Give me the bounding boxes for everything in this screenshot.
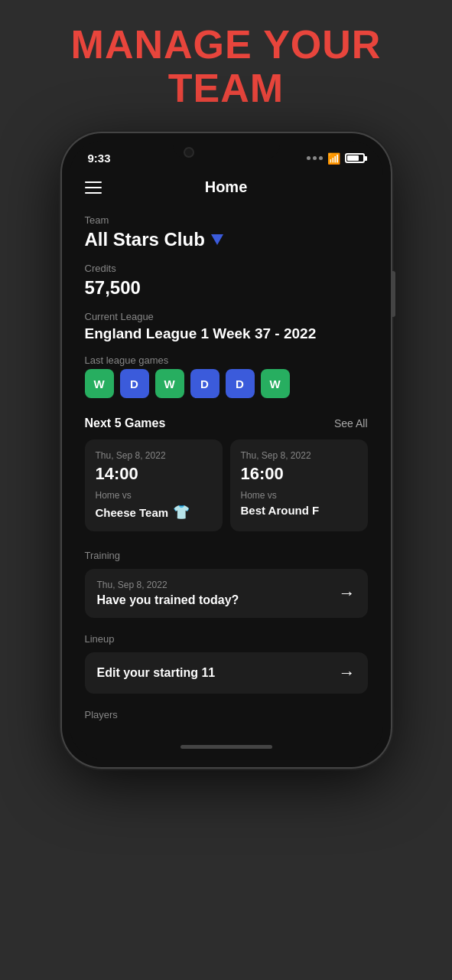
status-time: 9:33 xyxy=(88,152,111,165)
next-games-header: Next 5 Games See All xyxy=(85,416,368,430)
game-card-2-team: Best Around F xyxy=(241,504,357,517)
training-date: Thu, Sep 8, 2022 xyxy=(97,580,239,590)
badge-w2: W xyxy=(155,369,184,398)
training-card-content: Thu, Sep 8, 2022 Have you trained today? xyxy=(97,580,239,607)
credits-value: 57,500 xyxy=(85,277,368,299)
players-label: Players xyxy=(85,709,368,720)
next-games-section: Next 5 Games See All Thu, Sep 8, 2022 14… xyxy=(85,416,368,531)
league-section: Current League England League 1 Week 37 … xyxy=(85,311,368,342)
lineup-text: Edit your starting 11 xyxy=(97,666,216,680)
shirt-icon-1: 👕 xyxy=(173,504,190,521)
top-nav: Home xyxy=(70,171,383,207)
title-line1: MANAGE YOUR xyxy=(71,22,382,67)
notch xyxy=(173,141,280,159)
lineup-label: Lineup xyxy=(85,633,368,645)
badge-d3: D xyxy=(226,369,255,398)
filter-icon[interactable] xyxy=(211,234,223,245)
lineup-section: Lineup Edit your starting 11 → xyxy=(85,633,368,694)
badge-d1: D xyxy=(120,369,149,398)
credits-section: Credits 57,500 xyxy=(85,263,368,299)
camera-dot xyxy=(184,147,194,158)
games-row: W D W D D W xyxy=(85,369,368,398)
game-card-2-vs: Home vs xyxy=(241,490,357,501)
lineup-arrow-icon: → xyxy=(339,663,356,683)
team-name-row: All Stars Club xyxy=(85,229,368,250)
lineup-card[interactable]: Edit your starting 11 → xyxy=(85,652,368,694)
hamburger-button[interactable] xyxy=(85,181,102,194)
badge-d2: D xyxy=(190,369,219,398)
last-games-section: Last league games W D W D D W xyxy=(85,354,368,398)
see-all-link[interactable]: See All xyxy=(334,417,368,430)
game-card-1-team-name: Cheese Team xyxy=(96,506,169,519)
status-icons: 📶 xyxy=(307,152,365,165)
training-label: Training xyxy=(85,550,368,561)
game-card-1-date: Thu, Sep 8, 2022 xyxy=(96,450,212,461)
phone-shell: 9:33 📶 Home Team xyxy=(62,133,391,767)
next-games-title: Next 5 Games xyxy=(85,416,166,430)
game-card-1-vs: Home vs xyxy=(96,490,212,501)
players-section: Players xyxy=(85,709,368,720)
games-cards: Thu, Sep 8, 2022 14:00 Home vs Cheese Te… xyxy=(85,439,368,531)
last-games-label: Last league games xyxy=(85,354,368,366)
game-card-1[interactable]: Thu, Sep 8, 2022 14:00 Home vs Cheese Te… xyxy=(85,439,223,531)
signal-dots xyxy=(307,156,323,160)
battery-icon xyxy=(345,153,365,163)
game-card-2[interactable]: Thu, Sep 8, 2022 16:00 Home vs Best Arou… xyxy=(230,439,368,531)
home-bar xyxy=(180,745,272,749)
league-name: England League 1 Week 37 - 2022 xyxy=(85,325,368,342)
league-label: Current League xyxy=(85,311,368,322)
nav-title: Home xyxy=(205,178,248,196)
battery-fill xyxy=(347,155,359,161)
badge-w3: W xyxy=(261,369,290,398)
content-area: Team All Stars Club Credits 57,500 Curre… xyxy=(70,207,383,739)
game-card-1-time: 14:00 xyxy=(96,464,212,484)
game-card-2-team-name: Best Around F xyxy=(241,504,320,517)
game-card-2-date: Thu, Sep 8, 2022 xyxy=(241,450,357,461)
training-question: Have you trained today? xyxy=(97,593,239,607)
team-label: Team xyxy=(85,214,368,226)
credits-label: Credits xyxy=(85,263,368,274)
phone-screen: 9:33 📶 Home Team xyxy=(70,141,383,760)
training-card[interactable]: Thu, Sep 8, 2022 Have you trained today?… xyxy=(85,569,368,618)
training-section: Training Thu, Sep 8, 2022 Have you train… xyxy=(85,550,368,618)
wifi-icon: 📶 xyxy=(327,152,340,165)
game-card-1-team: Cheese Team 👕 xyxy=(96,504,212,521)
badge-w1: W xyxy=(85,369,114,398)
training-arrow-icon: → xyxy=(339,583,356,603)
home-indicator-area xyxy=(70,739,383,760)
page-title: MANAGE YOUR TEAM xyxy=(71,23,382,110)
title-line2: TEAM xyxy=(168,66,284,110)
team-section: Team All Stars Club xyxy=(85,214,368,250)
team-name: All Stars Club xyxy=(85,229,205,250)
game-card-2-time: 16:00 xyxy=(241,464,357,484)
